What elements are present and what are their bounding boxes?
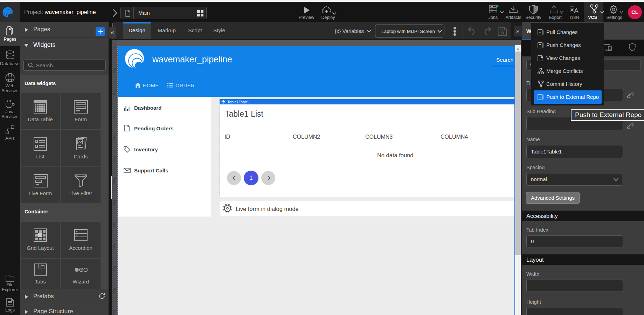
svg-text:150: 150 xyxy=(112,113,116,118)
svg-text:100: 100 xyxy=(112,91,116,97)
svg-text:500: 500 xyxy=(112,267,116,273)
svg-text:50: 50 xyxy=(112,69,116,73)
svg-text:350: 350 xyxy=(112,201,116,206)
svg-text:0: 0 xyxy=(112,47,116,49)
svg-text:450: 450 xyxy=(112,245,116,251)
svg-text:250: 250 xyxy=(112,157,116,163)
svg-text:600: 600 xyxy=(112,311,116,315)
svg-text:400: 400 xyxy=(112,223,116,228)
svg-text:200: 200 xyxy=(112,135,116,141)
svg-text:550: 550 xyxy=(112,289,116,294)
svg-text:300: 300 xyxy=(112,179,116,185)
